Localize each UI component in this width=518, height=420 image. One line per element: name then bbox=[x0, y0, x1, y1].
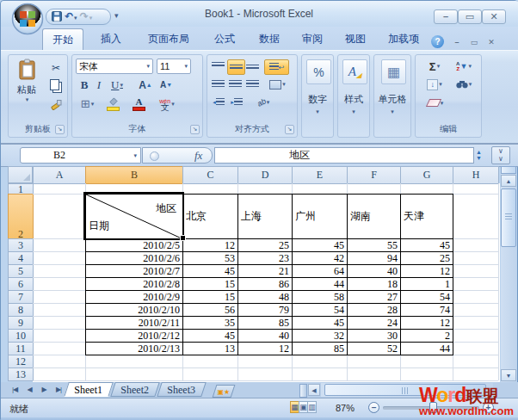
cell-value[interactable]: 40 bbox=[237, 329, 293, 343]
align-bottom-button[interactable] bbox=[244, 59, 261, 73]
horizontal-scrollbar-thumb[interactable] bbox=[324, 384, 486, 396]
borders-dropdown-icon[interactable]: ▾ bbox=[91, 101, 95, 108]
cell-value[interactable]: 12 bbox=[182, 238, 238, 252]
cell-value[interactable]: 58 bbox=[292, 290, 348, 304]
cell-value[interactable]: 56 bbox=[182, 303, 238, 317]
decrease-indent-button[interactable]: ◂ bbox=[210, 96, 227, 109]
tab-视图[interactable]: 视图 bbox=[336, 28, 374, 50]
underline-dropdown-icon[interactable]: ▾ bbox=[120, 82, 123, 89]
row-header-7[interactable]: 7 bbox=[8, 290, 34, 304]
minimize-button[interactable]: – bbox=[434, 9, 458, 24]
cell-value[interactable]: 48 bbox=[237, 290, 293, 304]
column-header-F[interactable]: F bbox=[347, 166, 401, 184]
redo-button[interactable]: ↷▾ bbox=[80, 11, 93, 23]
alignment-dialog-launcher-icon[interactable]: ↘ bbox=[285, 125, 294, 134]
align-left-button[interactable] bbox=[210, 77, 226, 91]
fill-dropdown-icon[interactable]: ▾ bbox=[439, 81, 442, 88]
cell-date[interactable]: 2010/2/6 bbox=[85, 251, 183, 265]
customize-qat-icon[interactable]: ▾ bbox=[114, 11, 119, 20]
cell-date[interactable]: 2010/2/9 bbox=[85, 290, 183, 304]
column-header-B[interactable]: B bbox=[85, 166, 183, 184]
styles-dropdown-icon[interactable]: ▾ bbox=[338, 108, 369, 115]
font-color-button[interactable]: A bbox=[127, 96, 151, 112]
cell-value[interactable]: 54 bbox=[292, 303, 348, 317]
row-header-9[interactable]: 9 bbox=[8, 316, 34, 330]
align-center-button[interactable] bbox=[227, 77, 244, 91]
tab-公式[interactable]: 公式 bbox=[206, 28, 244, 50]
clear-button[interactable]: ▾ bbox=[422, 96, 448, 109]
cell-date[interactable]: 2010/2/11 bbox=[85, 316, 183, 330]
paste-dropdown-icon[interactable]: ▾ bbox=[26, 96, 29, 103]
cell-date[interactable]: 2010/2/10 bbox=[85, 303, 183, 317]
italic-button[interactable]: I bbox=[93, 77, 105, 92]
wrap-text-button[interactable]: ↩ bbox=[264, 59, 289, 75]
page-break-view-button[interactable]: ▥ bbox=[307, 401, 317, 413]
font-size-dropdown-icon[interactable]: ▾ bbox=[184, 63, 188, 70]
insert-function-button[interactable]: fx bbox=[194, 149, 202, 163]
cell-date[interactable]: 2010/2/8 bbox=[85, 277, 183, 291]
underline-button[interactable]: U▾ bbox=[107, 77, 127, 92]
cell-value[interactable]: 45 bbox=[292, 316, 348, 330]
cell-value[interactable]: 52 bbox=[347, 342, 401, 355]
borders-button[interactable]: ⊞▾ bbox=[76, 96, 99, 111]
formula-bar-spin-icons[interactable]: ▲▼ bbox=[476, 149, 482, 161]
row-header-10[interactable]: 10 bbox=[8, 329, 34, 343]
cell-value[interactable]: 85 bbox=[292, 342, 348, 355]
vertical-split-box[interactable] bbox=[501, 166, 516, 174]
cell-value[interactable]: 15 bbox=[182, 277, 238, 291]
workbook-restore-button[interactable]: ▭ bbox=[466, 37, 482, 48]
cell-value[interactable]: 24 bbox=[347, 316, 401, 330]
cell-value[interactable]: 25 bbox=[237, 238, 293, 252]
formula-input[interactable]: 地区 bbox=[214, 147, 474, 164]
cell-value[interactable]: 18 bbox=[347, 277, 401, 291]
cell-city-header[interactable]: 上海 bbox=[237, 194, 293, 239]
cell-value[interactable]: 28 bbox=[347, 303, 401, 317]
tab-split-handle[interactable] bbox=[299, 384, 307, 398]
cell-value[interactable]: 21 bbox=[237, 264, 293, 278]
cell-value[interactable]: 44 bbox=[400, 342, 453, 355]
fill-color-button[interactable] bbox=[102, 96, 125, 112]
column-header-D[interactable]: D bbox=[237, 166, 293, 184]
row-header-12[interactable]: 12 bbox=[8, 355, 34, 368]
cell-value[interactable]: 32 bbox=[292, 329, 348, 343]
prev-sheet-icon[interactable]: ◀ bbox=[22, 384, 36, 396]
cell-value[interactable]: 1 bbox=[400, 277, 453, 291]
cell-value[interactable]: 15 bbox=[182, 290, 238, 304]
zoom-slider-thumb[interactable] bbox=[429, 402, 437, 413]
undo-dropdown-icon[interactable]: ▾ bbox=[74, 15, 77, 21]
cut-button[interactable]: ✂ bbox=[46, 60, 65, 75]
expand-formula-bar-button[interactable]: ∨∨ bbox=[491, 146, 510, 164]
bold-button[interactable]: B bbox=[77, 77, 91, 92]
autosum-dropdown-icon[interactable]: ▾ bbox=[437, 63, 441, 70]
column-header-H[interactable]: H bbox=[453, 166, 499, 184]
scroll-up-icon[interactable]: ▲ bbox=[501, 175, 516, 187]
cell-date[interactable]: 2010/2/7 bbox=[85, 264, 183, 278]
find-dropdown-icon[interactable]: ▾ bbox=[469, 81, 472, 88]
cell-value[interactable]: 45 bbox=[182, 329, 238, 343]
cell-city-header[interactable]: 天津 bbox=[400, 194, 453, 239]
select-all-corner[interactable] bbox=[8, 166, 33, 183]
sort-dropdown-icon[interactable]: ▾ bbox=[468, 63, 472, 70]
autosum-button[interactable]: Σ▾ bbox=[422, 59, 447, 73]
cell-value[interactable]: 53 bbox=[182, 251, 238, 265]
cell-date[interactable]: 2010/2/5 bbox=[85, 238, 183, 252]
merge-center-button[interactable]: ▾ bbox=[264, 77, 291, 91]
cell-value[interactable]: 12 bbox=[400, 264, 453, 278]
vertical-scrollbar-thumb[interactable] bbox=[501, 188, 516, 247]
cell-value[interactable]: 64 bbox=[292, 264, 348, 278]
tab-插入[interactable]: 插入 bbox=[90, 28, 132, 50]
column-header-C[interactable]: C bbox=[182, 166, 238, 184]
tab-数据[interactable]: 数据 bbox=[250, 28, 288, 50]
font-dialog-launcher-icon[interactable]: ↘ bbox=[190, 125, 200, 134]
office-button[interactable] bbox=[11, 3, 44, 35]
cell-value[interactable]: 40 bbox=[347, 264, 401, 278]
workbook-minimize-button[interactable]: – bbox=[449, 37, 465, 48]
undo-button[interactable]: ↶▾ bbox=[65, 11, 77, 23]
name-box-dropdown-icon[interactable]: ▾ bbox=[133, 152, 137, 159]
align-right-button[interactable] bbox=[244, 77, 261, 91]
cell-city-header[interactable]: 广州 bbox=[292, 194, 348, 239]
cell-value[interactable]: 55 bbox=[347, 238, 401, 252]
cell-value[interactable]: 12 bbox=[400, 316, 453, 330]
styles-group[interactable]: A◢ 样式 ▾ bbox=[337, 54, 370, 138]
tab-审阅[interactable]: 审阅 bbox=[293, 28, 331, 50]
